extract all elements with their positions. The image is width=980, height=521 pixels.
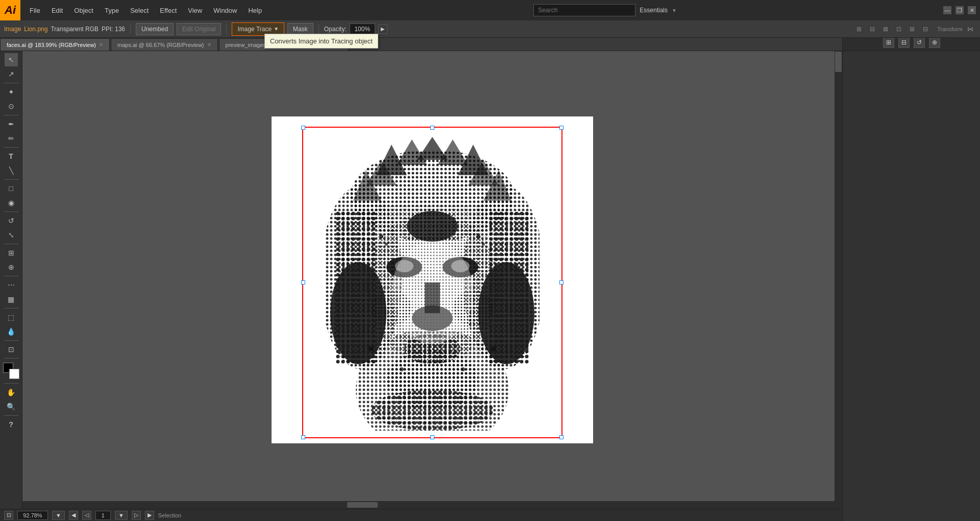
minimize-button[interactable]: — xyxy=(943,6,951,14)
slice-tool[interactable]: ⬚ xyxy=(5,311,18,324)
tab-maps-label: maps.ai @ 66.67% (RGB/Preview) xyxy=(117,42,204,48)
prev-artboard-btn[interactable]: ◀ xyxy=(69,511,78,520)
align-icon-2[interactable]: ⊟ xyxy=(867,23,878,35)
image-trace-dropdown-icon[interactable]: ▼ xyxy=(274,26,279,32)
pen-tool[interactable]: ✒ xyxy=(5,117,18,131)
column-graph-tool[interactable]: ▦ xyxy=(5,293,18,306)
menu-type[interactable]: Type xyxy=(100,5,124,16)
search-input[interactable] xyxy=(533,4,635,16)
edit-original-button[interactable]: Edit Original xyxy=(177,23,221,35)
tab-faces-label: faces.ai @ 183.99% (RGB/Preview) xyxy=(7,42,96,48)
document-setup-btn[interactable]: ⊡ xyxy=(4,511,13,520)
tool-separator-6 xyxy=(4,244,19,244)
options-separator-1 xyxy=(130,24,131,34)
svg-point-40 xyxy=(491,346,496,351)
shape-builder-tool[interactable]: ⊕ xyxy=(5,260,18,274)
hand-tool[interactable]: ✋ xyxy=(5,386,18,399)
svg-point-33 xyxy=(453,290,494,326)
menu-view[interactable]: View xyxy=(183,5,207,16)
free-transform-tool[interactable]: ⊞ xyxy=(5,246,18,259)
status-bar: ⊡ ▼ ◀ ◁ ▼ ▷ ▶ Selection xyxy=(0,509,842,521)
align-icon-6[interactable]: ⊟ xyxy=(920,23,931,35)
help-tool[interactable]: ? xyxy=(5,418,18,431)
menu-bar: File Edit Object Type Select Effect View… xyxy=(24,5,267,16)
selection-tool[interactable]: ↖ xyxy=(5,53,18,66)
direct-selection-tool[interactable]: ↗ xyxy=(5,67,18,81)
scale-tool[interactable]: ⤡ xyxy=(5,228,18,242)
color-mode-label: Transparent RGB xyxy=(51,26,99,33)
pencil-tool[interactable]: ✏ xyxy=(5,132,18,145)
scrollbar-thumb-h[interactable] xyxy=(347,502,378,508)
tab-maps[interactable]: maps.ai @ 66.67% (RGB/Preview) ✕ xyxy=(111,38,218,51)
workspace-label[interactable]: Essentials xyxy=(640,7,668,14)
next-artboard-btn-2[interactable]: ▶ xyxy=(145,511,154,520)
magic-wand-tool[interactable]: ✦ xyxy=(5,85,18,99)
image-trace-label: Image Trace xyxy=(237,26,272,33)
align-icon-3[interactable]: ⊠ xyxy=(880,23,891,35)
menu-edit[interactable]: Edit xyxy=(46,5,68,16)
tab-maps-close[interactable]: ✕ xyxy=(207,42,211,48)
panel-icon-6[interactable]: ⊟ xyxy=(898,37,910,48)
mask-button[interactable]: Mask xyxy=(287,23,313,35)
unembed-button[interactable]: Unembed xyxy=(136,23,174,35)
tabs-bar: faces.ai @ 183.99% (RGB/Preview) ✕ maps.… xyxy=(0,38,842,51)
align-icon-4[interactable]: ⊡ xyxy=(893,23,904,35)
maximize-button[interactable]: ❐ xyxy=(955,6,964,14)
tool-separator-1 xyxy=(4,83,19,83)
image-trace-tooltip: Converts Image into Tracing object xyxy=(264,34,378,49)
line-tool[interactable]: ╲ xyxy=(5,164,18,177)
opacity-input[interactable] xyxy=(350,23,375,35)
close-button[interactable]: ✕ xyxy=(968,6,976,14)
titlebar-left: Ai File Edit Object Type Select Effect V… xyxy=(4,0,267,20)
zoom-input[interactable] xyxy=(17,511,48,520)
zoom-tool[interactable]: 🔍 xyxy=(5,400,18,413)
symbol-sprayer-tool[interactable]: ⋯ xyxy=(5,278,18,292)
align-icon-5[interactable]: ⊞ xyxy=(906,23,918,35)
next-artboard-btn[interactable]: ▷ xyxy=(132,511,141,520)
scrollbar-horizontal[interactable] xyxy=(22,501,835,509)
background-swatch[interactable] xyxy=(9,369,19,379)
ai-logo: Ai xyxy=(0,0,20,20)
blob-brush-tool[interactable]: ◉ xyxy=(5,196,18,209)
tool-separator-10 xyxy=(4,358,19,359)
lasso-tool[interactable]: ⊙ xyxy=(5,100,18,113)
menu-window[interactable]: Window xyxy=(208,5,242,16)
filename-label: Lion.png xyxy=(24,26,47,33)
rectangle-tool[interactable]: □ xyxy=(5,182,18,195)
tool-separator-4 xyxy=(4,179,19,180)
artboard-tool[interactable]: ⊡ xyxy=(5,343,18,356)
type-tool[interactable]: T xyxy=(5,150,18,163)
opacity-label: Opacity: xyxy=(324,26,347,33)
menu-file[interactable]: File xyxy=(24,5,45,16)
free-transform-icon[interactable]: ⋈ xyxy=(965,23,976,35)
tool-separator-2 xyxy=(4,115,19,115)
titlebar-right: — ❐ ✕ xyxy=(943,6,976,14)
ppi-label: PPI: 136 xyxy=(102,26,125,33)
workspace-dropdown-icon[interactable]: ▼ xyxy=(672,8,677,13)
rotate-tool[interactable]: ↺ xyxy=(5,214,18,227)
tab-faces[interactable]: faces.ai @ 183.99% (RGB/Preview) ✕ xyxy=(0,38,110,51)
menu-object[interactable]: Object xyxy=(69,5,99,16)
page-input[interactable] xyxy=(95,511,111,520)
tab-faces-close[interactable]: ✕ xyxy=(99,42,103,48)
canvas-area[interactable] xyxy=(22,51,842,509)
prev-artboard-btn-2[interactable]: ◁ xyxy=(82,511,91,520)
artboard xyxy=(272,116,593,443)
svg-point-37 xyxy=(476,234,480,239)
menu-effect[interactable]: Effect xyxy=(155,5,182,16)
panel-icon-7[interactable]: ↺ xyxy=(914,37,925,48)
menu-help[interactable]: Help xyxy=(243,5,267,16)
tool-separator-7 xyxy=(4,276,19,276)
menu-select[interactable]: Select xyxy=(125,5,154,16)
eyedropper-tool[interactable]: 💧 xyxy=(5,325,18,338)
align-icon-1[interactable]: ⊞ xyxy=(853,23,865,35)
opacity-arrow-button[interactable]: ▶ xyxy=(378,25,387,34)
options-bar: Image Lion.png Transparent RGB PPI: 136 … xyxy=(0,20,980,38)
svg-point-35 xyxy=(379,234,383,239)
page-dropdown-btn[interactable]: ▼ xyxy=(115,511,128,520)
zoom-dropdown-btn[interactable]: ▼ xyxy=(52,511,65,520)
panel-icon-8[interactable]: ⊕ xyxy=(929,37,940,48)
scrollbar-vertical[interactable] xyxy=(835,51,842,509)
scrollbar-thumb-v[interactable] xyxy=(835,52,842,72)
panel-icon-5[interactable]: ⊞ xyxy=(883,37,894,48)
